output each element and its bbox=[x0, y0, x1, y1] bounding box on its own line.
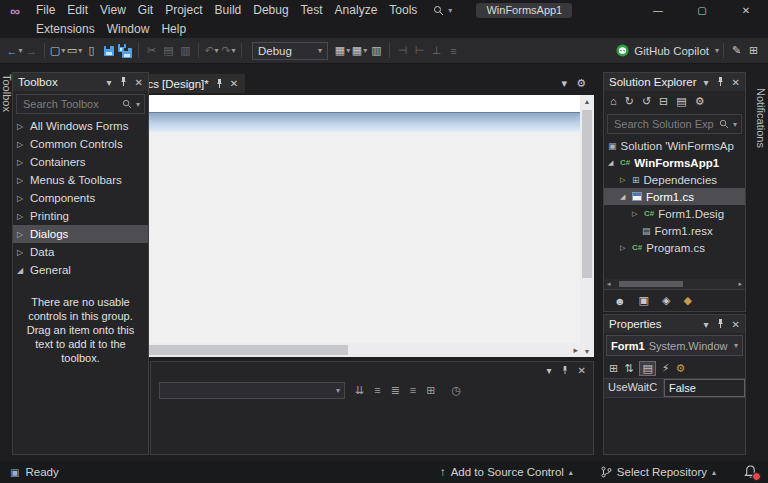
property-pages-icon[interactable]: ⚙ bbox=[676, 362, 686, 375]
menu-project[interactable]: Project bbox=[159, 0, 208, 21]
scroll-right-icon[interactable]: ▸ bbox=[738, 279, 742, 289]
cut-button[interactable]: ✂ bbox=[143, 41, 160, 61]
open-file-button[interactable]: ▭▾ bbox=[66, 41, 83, 61]
add-to-source-control-button[interactable]: ↑ Add to Source Control ▴ bbox=[440, 466, 573, 478]
form-client-area[interactable] bbox=[104, 132, 580, 343]
close-icon[interactable]: ✕ bbox=[732, 319, 740, 330]
events-lightning-icon[interactable]: ⚡ bbox=[662, 362, 670, 375]
detail-lines-icon[interactable]: ≡ bbox=[410, 384, 416, 396]
toolbox-group-dialogs[interactable]: ▷Dialogs bbox=[13, 225, 148, 243]
switch-views-icon[interactable]: ⌂ bbox=[610, 95, 617, 107]
scroll-up-icon[interactable]: ▲ bbox=[580, 95, 594, 107]
hscrollbar-thumb[interactable] bbox=[619, 281, 683, 287]
properties-header[interactable]: Properties ▾ ✕ bbox=[604, 315, 745, 333]
wrap-lines-icon[interactable]: ≡ bbox=[374, 384, 380, 396]
menu-view[interactable]: View bbox=[94, 0, 132, 21]
object-selector-combo[interactable]: Form1 System.Window ▾ bbox=[606, 335, 743, 356]
menu-extensions[interactable]: Extensions bbox=[30, 19, 101, 40]
form-title-bar[interactable] bbox=[104, 112, 580, 132]
alphabetical-icon[interactable]: ⇅ bbox=[624, 362, 633, 375]
debug-target-combo[interactable]: Debug ▾ bbox=[252, 42, 328, 60]
notifications-button[interactable] bbox=[744, 465, 758, 479]
toolbox-header[interactable]: Toolbox ▾ ✕ bbox=[13, 73, 148, 91]
pin-icon[interactable] bbox=[561, 366, 569, 375]
paste-button[interactable]: ▥ bbox=[177, 41, 194, 61]
select-repository-button[interactable]: Select Repository ▴ bbox=[601, 466, 716, 478]
grid-view-icon[interactable]: ⊞ bbox=[426, 384, 435, 397]
scroll-left-icon[interactable]: ◂ bbox=[607, 279, 611, 289]
new-project-button[interactable]: ▢▾ bbox=[49, 41, 66, 61]
toolbox-search-input[interactable] bbox=[21, 97, 119, 111]
tree-item-dependencies[interactable]: ▷ ⊞ Dependencies bbox=[604, 171, 745, 188]
sync-with-active-document-icon[interactable]: ↻ bbox=[625, 95, 634, 108]
timestamps-clock-icon[interactable]: ◷ bbox=[452, 384, 462, 397]
active-files-dropdown-icon[interactable]: ▾ bbox=[562, 77, 568, 90]
solution-explorer-header[interactable]: Solution Explorer ▾ ✕ bbox=[604, 73, 745, 91]
scroll-right-icon[interactable]: ▸ bbox=[573, 343, 578, 357]
toolbox-group-containers[interactable]: ▷Containers bbox=[13, 153, 148, 171]
feedback-button[interactable]: ✎ bbox=[728, 41, 745, 61]
new-file-button[interactable]: ▯ bbox=[83, 41, 100, 61]
tree-item-project-winformsapp1[interactable]: ◢ C# WinFormsApp1 bbox=[604, 154, 745, 171]
document-options-gear-icon[interactable]: ⚙ bbox=[576, 77, 586, 90]
window-position-icon[interactable]: ▾ bbox=[107, 77, 112, 88]
tree-item-form1-designer[interactable]: ▷ C# Form1.Desig bbox=[604, 205, 745, 222]
pin-icon[interactable] bbox=[215, 79, 224, 89]
tree-item-form1-cs[interactable]: ◢ Form1.cs bbox=[604, 188, 745, 205]
property-value[interactable]: False bbox=[664, 379, 745, 397]
window-position-icon[interactable]: ▾ bbox=[547, 365, 552, 376]
expand-all-icon[interactable]: ⇊ bbox=[355, 384, 364, 397]
vertical-scrollbar-thumb[interactable] bbox=[582, 110, 592, 278]
menu-file[interactable]: File bbox=[30, 0, 61, 21]
git-changes-icon[interactable]: ◈ bbox=[662, 294, 670, 307]
show-all-files-icon[interactable]: ▤ bbox=[676, 95, 686, 108]
minimize-button[interactable]: — bbox=[636, 0, 680, 21]
team-explorer-icon[interactable]: ☻ bbox=[614, 295, 626, 307]
github-copilot-button[interactable]: GitHub Copilot ▾ bbox=[616, 44, 719, 57]
pin-icon[interactable] bbox=[119, 77, 128, 87]
categorized-icon[interactable]: ⊞ bbox=[609, 362, 618, 375]
close-icon[interactable]: ✕ bbox=[578, 365, 586, 376]
menu-build[interactable]: Build bbox=[209, 0, 248, 21]
list-view-icon[interactable]: ≣ bbox=[391, 384, 400, 397]
menu-analyze[interactable]: Analyze bbox=[329, 0, 384, 21]
search-button[interactable]: ▾ bbox=[433, 5, 452, 16]
properties-view-icon[interactable]: ▤ bbox=[639, 361, 655, 376]
tree-item-program-cs[interactable]: ▷ C# Program.cs bbox=[604, 239, 745, 256]
layout-grid-button-2[interactable]: ▦▾ bbox=[351, 41, 368, 61]
nest-files-icon[interactable]: ⊟ bbox=[659, 95, 668, 108]
window-position-icon[interactable]: ▾ bbox=[704, 319, 709, 330]
solution-name-badge[interactable]: WinFormsApp1 bbox=[476, 3, 572, 18]
save-button[interactable] bbox=[100, 41, 117, 61]
menu-test[interactable]: Test bbox=[295, 0, 329, 21]
scroll-down-icon[interactable]: ▼ bbox=[580, 345, 594, 357]
toolbox-group-all-windows-forms[interactable]: ▷All Windows Forms bbox=[13, 117, 148, 135]
navigate-back-button[interactable]: ←▾ bbox=[6, 41, 23, 61]
undo-button[interactable]: ↶▾ bbox=[203, 41, 220, 61]
window-position-icon[interactable]: ▾ bbox=[704, 77, 709, 88]
chevron-down-icon[interactable]: ▾ bbox=[733, 120, 737, 129]
layout-grid-button-3[interactable]: ▥ bbox=[368, 41, 385, 61]
designer-canvas[interactable]: ▲ ▼ ▸ bbox=[104, 95, 594, 357]
pin-icon[interactable] bbox=[716, 319, 725, 329]
layout-grid-button[interactable]: ▦▾ bbox=[334, 41, 351, 61]
toolbox-group-menus-toolbars[interactable]: ▷Menus & Toolbars bbox=[13, 171, 148, 189]
toolbox-group-printing[interactable]: ▷Printing bbox=[13, 207, 148, 225]
horizontal-scrollbar[interactable]: ▸ bbox=[104, 343, 580, 357]
navigate-forward-button[interactable]: → bbox=[23, 41, 40, 61]
menu-git[interactable]: Git bbox=[132, 0, 159, 21]
redo-button[interactable]: ↷▾ bbox=[220, 41, 237, 61]
toolbox-group-data[interactable]: ▷Data bbox=[13, 243, 148, 261]
toolbox-group-general[interactable]: ◢General bbox=[13, 261, 148, 279]
properties-gear-icon[interactable]: ⚙ bbox=[695, 95, 705, 108]
close-icon[interactable]: ✕ bbox=[135, 77, 143, 88]
toolbox-group-common-controls[interactable]: ▷Common Controls bbox=[13, 135, 148, 153]
class-view-icon[interactable]: ◆ bbox=[683, 294, 691, 307]
copy-button[interactable]: ▤ bbox=[160, 41, 177, 61]
close-tab-icon[interactable]: ✕ bbox=[230, 78, 238, 89]
chevron-down-icon[interactable]: ▾ bbox=[136, 100, 140, 109]
menu-help[interactable]: Help bbox=[155, 19, 192, 40]
close-icon[interactable]: ✕ bbox=[732, 77, 740, 88]
tree-item-solution[interactable]: ▣ Solution 'WinFormsAp bbox=[604, 137, 745, 154]
align-left-button[interactable]: ⊣ bbox=[394, 41, 411, 61]
